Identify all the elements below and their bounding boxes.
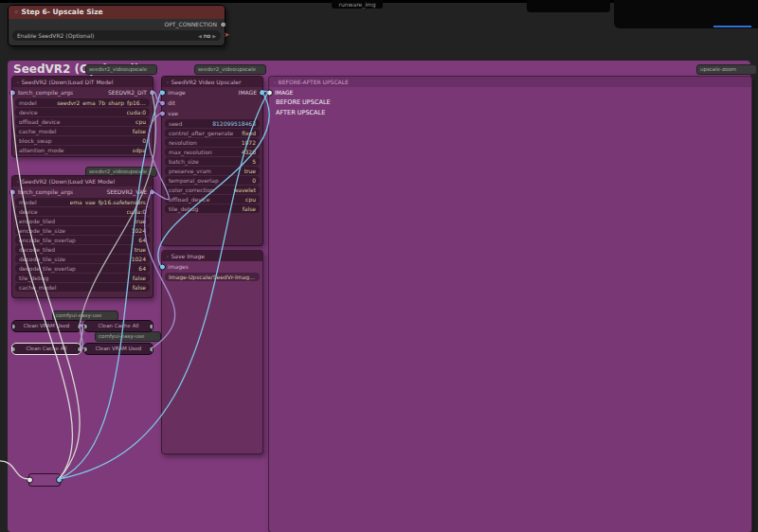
vae-widget-decode-tiled[interactable]: decode_tiledtrue: [15, 245, 150, 254]
dit-widget-offload-device[interactable]: offload_devicecpu: [15, 117, 150, 126]
clean-output-port[interactable]: [149, 323, 153, 329]
torch-compile-args-input-port[interactable]: [9, 188, 16, 195]
vae-widget-device[interactable]: devicecuda:0: [15, 207, 150, 216]
node-clean-cache-all-1[interactable]: Clean Cache All: [83, 320, 153, 332]
save-widget-filename-prefix[interactable]: Image-Upscale/SeedVr-Imagen/Im...: [165, 273, 260, 281]
clean-output-port[interactable]: [77, 346, 81, 352]
clean-output-port[interactable]: [77, 323, 81, 329]
dit-widget-block-swap[interactable]: block_swap0: [15, 136, 150, 145]
node-step6-upscale-size[interactable]: ◦Step 6- Upscale Size OPT_CONNECTION Ena…: [8, 5, 226, 46]
widget-value: 1024: [132, 256, 146, 262]
node-upscaler-title-bar[interactable]: ◦SeedVR2 Video Upscaler: [162, 77, 262, 87]
vae-widget-encode-tile-overlap[interactable]: encode_tile_overlap64: [15, 236, 150, 244]
opt-connection-output-row: OPT_CONNECTION: [9, 19, 225, 29]
upscaler-widget-tile-debug[interactable]: tile_debugfalse: [165, 204, 260, 213]
collapsed-tab-seedvr2-1[interactable]: seedvr2_videoupscale: [85, 64, 157, 75]
widget-label: decode_tile_overlap: [19, 265, 76, 272]
node-dit-title-bar[interactable]: ◦SeedVR2 (Down)Load DiT Model: [12, 77, 153, 87]
opt-connection-label: OPT_CONNECTION: [164, 21, 217, 27]
upscaler-widget-batch-size[interactable]: batch_size5: [165, 157, 260, 166]
vae-widget-model[interactable]: modelema_vae_fp16.safetensors: [15, 198, 150, 206]
widget-label: temporal_overlap: [169, 177, 219, 184]
node-graph-canvas[interactable]: runware_img ◦Step 6- Upscale Size OPT_CO…: [0, 0, 758, 532]
dit-widget-model[interactable]: modelseedvr2_ema_7b_sharp_fp16.safetenso…: [15, 98, 150, 107]
node-save-title-bar[interactable]: ◦Save Image: [162, 251, 262, 261]
node-step6-title-bar[interactable]: ◦Step 6- Upscale Size: [9, 6, 225, 19]
vae-widget-decode-tile-overlap[interactable]: decode_tile_overlap64: [15, 264, 150, 273]
dit-widget-cache-model[interactable]: cache_modelfalse: [15, 127, 150, 135]
node-before-after-upscale[interactable]: ◦BEFORE-AFTER UPSCALE IMAGE BEFORE UPSCA…: [268, 76, 752, 532]
seedvr2-vae-output-port[interactable]: [149, 188, 155, 195]
clean-input-port[interactable]: [83, 346, 88, 352]
node-seedvr2-video-upscaler[interactable]: ◦SeedVR2 Video Upscaler image IMAGE dit …: [161, 76, 263, 246]
collapse-dot-icon[interactable]: ◦: [14, 9, 18, 16]
clean-node-title: Clean VRAM Used: [96, 346, 142, 351]
widget-value: 64: [138, 237, 146, 243]
widget-value: true: [135, 218, 146, 224]
vae-widget-decode-tile-size[interactable]: decode_tile_size1024: [15, 255, 150, 263]
clean-output-port[interactable]: [149, 346, 153, 352]
collapsed-tab-upscale-zoom[interactable]: upscale-zoom: [696, 64, 757, 75]
widget-label: batch_size: [169, 158, 199, 165]
collapse-dot-icon[interactable]: ◦: [166, 79, 170, 85]
widget-value: ema_vae_fp16.safetensors: [70, 199, 146, 205]
tab-label: seedvr2_videoupscale: [198, 66, 256, 72]
clean-input-port[interactable]: [11, 323, 16, 329]
node-collapsed-reroute[interactable]: [28, 473, 61, 487]
node-compare-title-bar[interactable]: ◦BEFORE-AFTER UPSCALE: [269, 77, 751, 87]
upscaler-widget-resolution[interactable]: resolution1072: [165, 138, 260, 147]
widget-value: true: [244, 168, 256, 174]
enable-seedvr2-combo-widget[interactable]: Enable SeedVR2 (Optional) ◀ no ▶ ➤: [12, 30, 221, 41]
dit-widget-device[interactable]: devicecuda:0: [15, 108, 150, 116]
upscaler-widget-seed[interactable]: seed812099518463: [165, 119, 260, 128]
node-save-image[interactable]: ◦Save Image images Image-Upscale/SeedVr-…: [161, 250, 263, 454]
node-seedvr2-load-dit[interactable]: ◦SeedVR2 (Down)Load DiT Model torch_comp…: [11, 76, 153, 157]
top-right-panel-small[interactable]: [527, 0, 610, 12]
after-upscale-tab[interactable]: AFTER UPSCALE: [269, 108, 751, 118]
upscaler-widget-offload-device[interactable]: offload_devicecpu: [165, 195, 260, 204]
upscaler-widget-preserve-vram[interactable]: preserve_vramtrue: [165, 167, 260, 175]
upscaler-widget-max-resolution[interactable]: max_resolution4320: [165, 148, 260, 156]
dit-input-port[interactable]: [159, 99, 166, 106]
vae-widget-encode-tiled[interactable]: encode_tiledtrue: [15, 217, 150, 225]
upscaler-widget-control-after-generate[interactable]: control_after_generatefixed: [165, 129, 260, 137]
vae-input-port[interactable]: [159, 110, 166, 116]
node-clean-vram-used-2[interactable]: Clean VRAM Used: [83, 343, 153, 355]
combo-right-arrow-icon[interactable]: ▶: [212, 33, 216, 39]
collapsed-tab-seedvr2-2[interactable]: seedvr2_videoupscale: [194, 64, 266, 75]
upscaler-widget-temporal-overlap[interactable]: temporal_overlap0: [165, 176, 260, 185]
opt-connection-output-port[interactable]: [220, 21, 226, 27]
reroute-output-port[interactable]: [56, 477, 63, 484]
node-vae-title-bar[interactable]: ◦SeedVR2 (Down)Load VAE Model: [12, 176, 153, 186]
collapse-dot-icon[interactable]: ◦: [16, 178, 20, 185]
collapse-dot-icon[interactable]: ◦: [273, 79, 277, 85]
node-seedvr2-load-vae[interactable]: ◦SeedVR2 (Down)Load VAE Model torch_comp…: [11, 175, 153, 298]
torch-compile-args-input-port[interactable]: [9, 89, 16, 96]
top-right-panel-large[interactable]: [614, 0, 758, 28]
vae-widget-cache-model[interactable]: cache_modelfalse: [15, 283, 150, 292]
collapse-dot-icon[interactable]: ◦: [166, 253, 170, 259]
node-clean-vram-used-1[interactable]: Clean VRAM Used: [11, 320, 81, 332]
compare-image-input-port[interactable]: [266, 89, 273, 96]
upscaler-widget-color-correction[interactable]: color_correctionwavelet: [165, 186, 260, 194]
before-upscale-tab[interactable]: BEFORE UPSCALE: [269, 98, 751, 108]
node-clean-cache-all-2[interactable]: Clean Cache All: [11, 343, 81, 355]
widget-value: seedvr2_ema_7b_sharp_fp16.safetensors: [57, 99, 146, 106]
combo-left-arrow-icon[interactable]: ◀: [198, 33, 202, 39]
widget-label: color_correction: [169, 186, 214, 193]
clean-input-port[interactable]: [11, 346, 16, 352]
dit-widget-attention-mode[interactable]: attention_modesdpa: [15, 146, 150, 154]
images-input-port[interactable]: [159, 263, 166, 270]
collapse-dot-icon[interactable]: ◦: [16, 79, 20, 85]
vae-widget-encode-tile-size[interactable]: encode_tile_size1024: [15, 226, 150, 235]
clean-input-port[interactable]: [83, 323, 88, 329]
image-input-port[interactable]: [159, 89, 166, 96]
mini-tab-label: runware_img: [338, 1, 375, 8]
vae-widget-tile-debug[interactable]: tile_debugfalse: [15, 274, 150, 282]
collapsed-tab-easy-use-2[interactable]: comfyui-easy-use: [95, 331, 161, 342]
after-upscale-label: AFTER UPSCALE: [276, 109, 325, 116]
reroute-input-port[interactable]: [27, 477, 33, 484]
seedvr2-dit-output-port[interactable]: [149, 89, 155, 96]
image-output-port[interactable]: [259, 89, 265, 96]
collapsed-node-runware-img[interactable]: runware_img: [332, 0, 383, 9]
